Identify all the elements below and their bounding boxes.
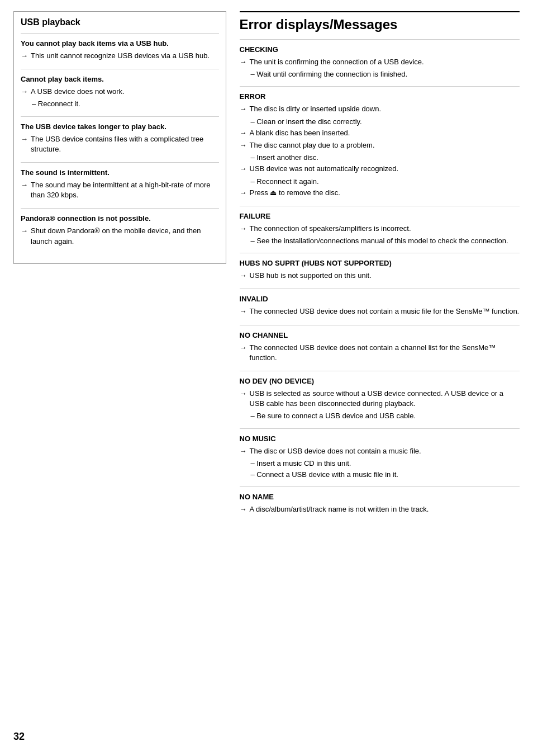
right-column: Error displays/Messages CHECKING→The uni…: [240, 11, 520, 522]
arrow-icon: →: [240, 128, 247, 138]
section-1: Cannot play back items.→A USB device doe…: [21, 69, 219, 116]
arrow-item-8-0: →A disc/album/artist/track name is not w…: [240, 504, 520, 514]
item-text: The unit is confirming the connection of…: [250, 57, 424, 67]
section-0: You cannot play back items via a USB hub…: [21, 33, 219, 69]
section-heading-5: NO CHANNEL: [240, 331, 520, 339]
section-heading-2: FAILURE: [240, 212, 520, 220]
usb-playback-box: USB playback You cannot play back items …: [13, 11, 226, 264]
arrow-icon: →: [240, 389, 247, 399]
usb-playback-title: USB playback: [21, 17, 219, 27]
section-7: NO MUSIC→The disc or USB device does not…: [240, 428, 520, 487]
arrow-item-1-4: →Press ⏏ to remove the disc.: [240, 188, 520, 198]
arrow-item-1-3: →USB device was not automatically recogn…: [240, 164, 520, 174]
arrow-icon: →: [240, 188, 247, 198]
arrow-icon: →: [21, 180, 28, 190]
section-5: NO CHANNEL→The connected USB device does…: [240, 325, 520, 371]
item-text: The connection of speakers/amplifiers is…: [250, 224, 411, 234]
arrow-item-0-0: →This unit cannot recognize USB devices …: [21, 51, 219, 61]
section-4: Pandora® connection is not possible.→Shu…: [21, 208, 219, 254]
item-text: The sound may be intermittent at a high-…: [31, 180, 219, 200]
item-text: The connected USB device does not contai…: [250, 306, 520, 316]
item-text: Press ⏏ to remove the disc.: [250, 188, 340, 198]
arrow-icon: →: [21, 134, 28, 144]
section-3: HUBS NO SUPRT (Hubs Not Supported)→USB h…: [240, 253, 520, 289]
sub-item-7-0-1: Connect a USB device with a music file i…: [251, 470, 520, 480]
item-text: The disc is dirty or inserted upside dow…: [250, 104, 382, 114]
sub-item-1-3-0: Reconnect it again.: [251, 177, 520, 187]
sub-item-1-0-0: Reconnect it.: [32, 99, 219, 109]
section-heading-4: Pandora® connection is not possible.: [21, 214, 219, 223]
arrow-icon: →: [21, 87, 28, 97]
arrow-icon: →: [240, 271, 247, 281]
section-3: The sound is intermittent.→The sound may…: [21, 162, 219, 208]
section-2: The USB device takes longer to play back…: [21, 116, 219, 162]
section-heading-8: NO NAME: [240, 493, 520, 501]
arrow-icon: →: [240, 104, 247, 114]
arrow-icon: →: [240, 343, 247, 353]
section-heading-3: The sound is intermittent.: [21, 168, 219, 177]
arrow-item-4-0: →Shut down Pandora® on the mobile device…: [21, 226, 219, 246]
arrow-item-1-2: →The disc cannot play due to a problem.: [240, 140, 520, 150]
arrow-item-7-0: →The disc or USB device does not contain…: [240, 446, 520, 456]
sub-item-6-0-0: Be sure to connect a USB device and USB …: [251, 411, 520, 421]
section-heading-4: INVALID: [240, 295, 520, 303]
section-heading-7: NO MUSIC: [240, 434, 520, 443]
item-text: This unit cannot recognize USB devices v…: [31, 51, 210, 61]
item-text: USB is selected as source without a USB …: [250, 389, 520, 409]
section-heading-6: NO DEV (No Device): [240, 377, 520, 385]
section-heading-0: You cannot play back items via a USB hub…: [21, 39, 219, 48]
sub-item-1-2-0: Insert another disc.: [251, 153, 520, 163]
arrow-icon: →: [240, 140, 247, 150]
section-2: FAILURE→The connection of speakers/ampli…: [240, 206, 520, 253]
item-text: The disc cannot play due to a problem.: [250, 140, 375, 150]
arrow-item-2-0: →The connection of speakers/amplifiers i…: [240, 224, 520, 234]
arrow-icon: →: [240, 164, 247, 174]
sub-item-1-0-0: Clean or insert the disc correctly.: [251, 117, 520, 127]
item-text: The disc or USB device does not contain …: [250, 446, 421, 456]
arrow-icon: →: [21, 226, 28, 236]
section-0: CHECKING→The unit is confirming the conn…: [240, 39, 520, 86]
item-text: A blank disc has been inserted.: [250, 128, 350, 138]
arrow-item-0-0: →The unit is confirming the connection o…: [240, 57, 520, 67]
arrow-icon: →: [240, 224, 247, 234]
left-column: USB playback You cannot play back items …: [13, 11, 226, 522]
sub-item-0-0-0: Wait until confirming the connection is …: [251, 69, 520, 79]
section-8: NO NAME→A disc/album/artist/track name i…: [240, 486, 520, 522]
arrow-item-1-0: →A USB device does not work.: [21, 87, 219, 97]
item-text: A USB device does not work.: [31, 87, 125, 97]
arrow-item-3-0: →The sound may be intermittent at a high…: [21, 180, 219, 200]
sub-item-7-0-0: Insert a music CD in this unit.: [251, 459, 520, 469]
section-1: ERROR→The disc is dirty or inserted upsi…: [240, 86, 520, 206]
arrow-icon: →: [240, 57, 247, 67]
arrow-icon: →: [240, 306, 247, 316]
section-6: NO DEV (No Device)→USB is selected as so…: [240, 371, 520, 428]
section-heading-1: ERROR: [240, 92, 520, 101]
page-number: 32: [13, 731, 25, 743]
right-title: Error displays/Messages: [240, 17, 520, 32]
section-4: INVALID→The connected USB device does no…: [240, 289, 520, 324]
arrow-icon: →: [240, 446, 247, 456]
arrow-item-2-0: →The USB device contains files with a co…: [21, 134, 219, 154]
arrow-item-4-0: →The connected USB device does not conta…: [240, 306, 520, 316]
arrow-item-5-0: →The connected USB device does not conta…: [240, 343, 520, 363]
item-text: USB device was not automatically recogni…: [250, 164, 399, 174]
arrow-item-1-1: →A blank disc has been inserted.: [240, 128, 520, 138]
item-text: The connected USB device does not contai…: [250, 343, 520, 363]
section-heading-3: HUBS NO SUPRT (Hubs Not Supported): [240, 259, 520, 267]
section-heading-1: Cannot play back items.: [21, 75, 219, 83]
arrow-item-1-0: →The disc is dirty or inserted upside do…: [240, 104, 520, 114]
sub-item-2-0-0: See the installation/connections manual …: [251, 236, 520, 246]
arrow-icon: →: [240, 504, 247, 514]
arrow-item-6-0: →USB is selected as source without a USB…: [240, 389, 520, 409]
section-heading-2: The USB device takes longer to play back…: [21, 122, 219, 131]
arrow-item-3-0: →USB hub is not supported on this unit.: [240, 271, 520, 281]
section-heading-0: CHECKING: [240, 45, 520, 54]
item-text: USB hub is not supported on this unit.: [250, 271, 372, 281]
item-text: Shut down Pandora® on the mobile device,…: [31, 226, 219, 246]
item-text: A disc/album/artist/track name is not wr…: [250, 504, 429, 514]
item-text: The USB device contains files with a com…: [31, 134, 219, 154]
arrow-icon: →: [21, 51, 28, 61]
